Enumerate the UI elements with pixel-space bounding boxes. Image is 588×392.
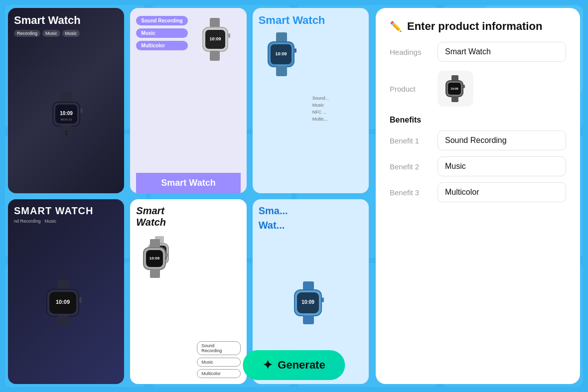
watch-svg-silver: 10:09	[193, 16, 241, 71]
benefit-3-input[interactable]	[438, 182, 566, 202]
card-3-title: Smart Watch	[259, 14, 363, 27]
feature-music: Music	[312, 103, 329, 108]
generate-label: Generate	[278, 359, 325, 372]
card-3-features: Sound... Music NFC ... Multic...	[312, 30, 329, 187]
edit-icon: ✏️	[390, 20, 402, 32]
benefit-1-label: Benefit 1	[390, 136, 430, 145]
product-watch-svg: 10:09	[441, 74, 470, 104]
watch-svg-blue: 10:09	[259, 30, 308, 80]
feature-sound: Sound...	[312, 96, 329, 101]
card-blue-top: Smart Watch 10:09 Sound... Music	[253, 8, 369, 193]
svg-rect-41	[150, 269, 160, 278]
svg-rect-17	[276, 32, 287, 42]
benefit-1-row: Benefit 1	[390, 131, 566, 150]
svg-text:10:09: 10:09	[149, 256, 160, 261]
product-label: Product	[390, 85, 430, 93]
card-5-inner: Smart Watch	[136, 205, 240, 379]
product-thumbnail[interactable]: 10:09	[438, 71, 473, 107]
card-4-title: SMART WATCH	[14, 205, 118, 217]
benefit-3-row: Benefit 3	[390, 182, 566, 202]
headings-input[interactable]	[438, 42, 566, 62]
svg-rect-55	[451, 96, 458, 102]
generate-button[interactable]: ✦ Generate	[243, 350, 345, 380]
benefit-1-input[interactable]	[438, 131, 566, 150]
card-purple: Sound Recording Music Multicolor 10:09	[130, 8, 246, 193]
svg-text:10:09: 10:09	[275, 51, 287, 56]
card-3-inner: 10:09 Sound... Music NFC ... Multic...	[259, 30, 363, 187]
card-2-watch: 10:09	[193, 16, 241, 73]
card-2-badges: Sound Recording Music Multicolor	[136, 16, 187, 50]
panel-header-title: Enter product information	[407, 20, 542, 33]
benefit-2-input[interactable]	[438, 156, 566, 176]
main-content: Smart Watch Recording Music Music 10:09	[0, 0, 588, 392]
svg-rect-29	[79, 297, 82, 303]
svg-rect-42	[303, 281, 314, 290]
card5-badge-music: Music	[197, 358, 241, 367]
generate-icon: ✦	[263, 358, 273, 372]
right-panel: ✏️ Enter product information Headings Pr…	[376, 8, 580, 384]
svg-rect-16	[210, 51, 220, 61]
card-dark-1: Smart Watch Recording Music Music 10:09	[8, 8, 124, 193]
card-5-title: Smart Watch	[136, 205, 197, 228]
svg-rect-15	[228, 33, 230, 38]
product-row: Product 10:09	[390, 71, 566, 107]
card-1-tags: Recording Music Music	[14, 30, 118, 37]
headings-row: Headings	[390, 42, 566, 62]
svg-rect-0	[60, 92, 72, 103]
benefits-title: Benefits	[390, 116, 566, 125]
svg-rect-47	[322, 297, 324, 302]
cards-grid: Smart Watch Recording Music Music 10:09	[8, 8, 369, 384]
headings-label: Headings	[390, 48, 430, 56]
tag-music-2: Music	[62, 30, 80, 37]
card5-badge-sound: Sound Recording	[197, 341, 241, 355]
svg-text:MON 23: MON 23	[60, 118, 72, 121]
svg-rect-54	[463, 85, 465, 88]
svg-rect-40	[166, 253, 168, 257]
subtag-music: Music	[45, 219, 57, 224]
feature-multi: Multic...	[312, 117, 329, 122]
card-2-title: Smart Watch	[136, 173, 240, 193]
benefits-section: Benefits Benefit 1 Benefit 2 Benefit 3	[390, 116, 566, 202]
badge-music: Music	[136, 28, 187, 38]
card-6-title-2: Wat...	[259, 220, 363, 231]
card-dark-2: SMART WATCH nd Recording Music 10:09	[8, 199, 124, 385]
card-1-watch: 10:09 MON 23	[14, 41, 118, 187]
card-1-title: Smart Watch	[14, 14, 118, 27]
svg-rect-24	[57, 280, 69, 290]
card-white: Smart Watch	[130, 199, 246, 385]
badge-multicolor: Multicolor	[136, 41, 187, 50]
svg-text:10:09: 10:09	[302, 299, 315, 305]
tag-recording: Recording	[14, 30, 40, 37]
benefit-2-row: Benefit 2	[390, 156, 566, 176]
card-6-title: Sma...	[259, 205, 363, 217]
card-2-inner: Sound Recording Music Multicolor 10:09	[136, 16, 240, 73]
feature-nfc: NFC ...	[312, 110, 329, 115]
svg-rect-48	[303, 315, 314, 324]
panel-header: ✏️ Enter product information	[390, 20, 566, 33]
svg-text:10:09: 10:09	[56, 299, 70, 305]
card-3-watch: 10:09	[259, 30, 308, 187]
subtag-recording: nd Recording	[14, 219, 41, 224]
badge-sound-recording: Sound Recording	[136, 16, 187, 25]
svg-rect-30	[57, 316, 69, 326]
svg-rect-35	[150, 239, 160, 248]
svg-rect-6	[80, 108, 83, 113]
benefit-2-label: Benefit 2	[390, 162, 430, 171]
card-5-watch-wrap: 10:09	[136, 232, 197, 281]
svg-point-8	[65, 131, 67, 132]
svg-rect-23	[276, 66, 287, 76]
svg-text:10:09: 10:09	[450, 87, 458, 90]
tag-music-1: Music	[42, 30, 60, 37]
info-panel: ✏️ Enter product information Headings Pr…	[376, 8, 580, 384]
watch-svg-pair: 10:09	[136, 232, 181, 279]
svg-rect-22	[294, 48, 296, 53]
watch-svg-dark: 10:09 MON 23	[41, 89, 91, 139]
card-4-subtags: nd Recording Music	[14, 219, 118, 224]
watch-svg-blue-2: 10:09	[286, 279, 335, 329]
svg-point-9	[65, 133, 67, 135]
svg-text:10:09: 10:09	[209, 36, 221, 41]
card-4-watch: 10:09	[14, 228, 118, 379]
watch-svg-dark-2: 10:09	[36, 278, 96, 328]
svg-text:10:09: 10:09	[60, 111, 73, 116]
benefit-3-label: Benefit 3	[390, 188, 430, 197]
